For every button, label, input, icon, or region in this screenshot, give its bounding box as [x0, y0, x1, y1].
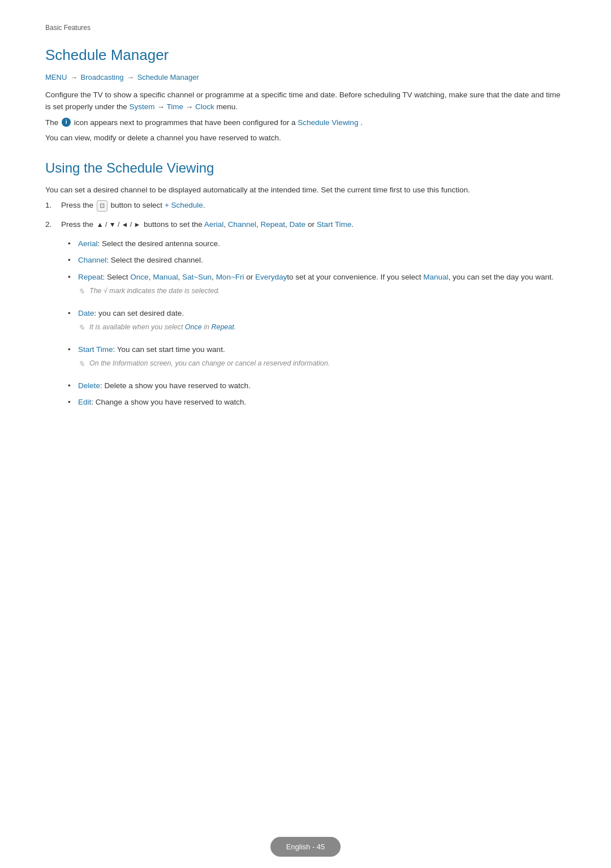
once-note-link[interactable]: Once — [185, 323, 202, 331]
schedule-viewing-link[interactable]: Schedule Viewing — [298, 118, 358, 127]
delete-text: Delete a show you have reserved to watch… — [105, 381, 251, 390]
nav-arrows: ▲ / ▼ / ◄ / ► — [97, 220, 141, 230]
repeat-note: ✎ The √ mark indicates the date is selec… — [78, 285, 220, 298]
step-2: 2. Press the ▲ / ▼ / ◄ / ► buttons to se… — [45, 218, 566, 231]
footer-pill: English - 45 — [270, 837, 341, 857]
step1-text-after: button to select — [111, 201, 163, 209]
step-1: 1. Press the ⊡ button to select + Schedu… — [45, 199, 566, 212]
repeat-note-text: The √ mark indicates the date is selecte… — [89, 285, 220, 297]
arrow2: → — [127, 73, 134, 81]
or-text: or — [308, 220, 317, 229]
delete-label[interactable]: Delete — [78, 381, 100, 390]
bullet-icon-aerial — [68, 238, 78, 250]
info-icon — [62, 118, 71, 127]
icon-paragraph: The icon appears next to programmes that… — [45, 117, 566, 129]
bullets-list: Aerial: Select the desired antenna sourc… — [68, 238, 566, 409]
start-time-link[interactable]: Start Time — [317, 220, 352, 229]
arrow-time: → — [186, 102, 195, 111]
view-text: You can view, modify or delete a channel… — [45, 132, 566, 144]
comma1: , — [223, 220, 228, 229]
menu-link[interactable]: MENU — [45, 73, 67, 81]
aerial-label[interactable]: Aerial — [78, 239, 98, 248]
step1-end: . — [203, 201, 205, 209]
time-link[interactable]: Time — [166, 102, 183, 111]
bullet-aerial: Aerial: Select the desired antenna sourc… — [68, 238, 566, 250]
remote-button: ⊡ — [97, 200, 107, 212]
everyday-link[interactable]: Everyday — [255, 273, 287, 281]
step2-content: Press the ▲ / ▼ / ◄ / ► buttons to set t… — [61, 218, 354, 231]
icon-text-after: icon appears next to programmes that hav… — [74, 118, 296, 127]
bullet-delete-content: Delete: Delete a show you have reserved … — [78, 380, 251, 392]
mon-fri-link[interactable]: Mon~Fri — [216, 273, 244, 281]
plus-schedule-link[interactable]: + Schedule — [165, 201, 203, 209]
note-pencil-icon2: ✎ — [78, 321, 89, 334]
step1-text-before: Press the — [61, 201, 93, 209]
repeat-label[interactable]: Repeat — [78, 273, 103, 281]
menu-text: menu. — [216, 102, 238, 111]
bullet-icon-edit — [68, 396, 78, 409]
date-text: you can set desired date. — [98, 309, 184, 317]
bullet-icon-channel — [68, 254, 78, 267]
repeat-select: Select — [107, 273, 130, 281]
step1-num: 1. — [45, 199, 61, 212]
date-label[interactable]: Date — [78, 309, 94, 317]
repeat-note-link[interactable]: Repeat — [211, 323, 234, 331]
step2-num: 2. — [45, 218, 61, 231]
section2-intro: You can set a desired channel to be disp… — [45, 184, 566, 196]
bullet-aerial-content: Aerial: Select the desired antenna sourc… — [78, 238, 220, 250]
bullet-icon-delete — [68, 380, 78, 392]
broadcasting-link[interactable]: Broadcasting — [81, 73, 124, 81]
section2-title: Using the Schedule Viewing — [45, 158, 566, 178]
schedule-manager-link[interactable]: Schedule Manager — [137, 73, 199, 81]
aerial-text: Select the desired antenna source. — [102, 239, 220, 248]
arrow-system: → — [157, 102, 166, 111]
intro-paragraph: Configure the TV to show a specific chan… — [45, 89, 566, 113]
bullet-icon-repeat — [68, 271, 78, 283]
note-pencil-icon: ✎ — [78, 285, 89, 298]
intro-text1: Configure the TV to show a specific chan… — [45, 91, 561, 111]
channel-link[interactable]: Channel — [228, 220, 256, 229]
repeat-text-after: , you can set the day you want. — [449, 273, 554, 281]
bullet-edit-content: Edit: Change a show you have reserved to… — [78, 396, 246, 409]
aerial-link[interactable]: Aerial — [204, 220, 224, 229]
breadcrumb: MENU → Broadcasting → Schedule Manager — [45, 72, 566, 83]
bullet-repeat: Repeat: Select Once, Manual, Sat~Sun, Mo… — [68, 271, 566, 303]
bullet-date-content: Date: you can set desired date. — [78, 307, 184, 320]
date-note: ✎ It is available when you select Once i… — [78, 321, 236, 334]
bullet-start-time-content: Start Time: You can set start time you w… — [78, 343, 225, 356]
comma2: , — [256, 220, 261, 229]
step2-end: . — [351, 220, 354, 229]
edit-text: Change a show you have reserved to watch… — [96, 398, 246, 406]
manual-link2[interactable]: Manual — [423, 273, 448, 281]
step2-text-before: Press the — [61, 220, 93, 229]
step2-text-after: buttons to set the — [144, 220, 203, 229]
start-time-note-text: On the Information screen, you can chang… — [89, 358, 330, 369]
edit-label[interactable]: Edit — [78, 398, 91, 406]
channel-text: Select the desired channel. — [111, 256, 203, 264]
bullet-edit: Edit: Change a show you have reserved to… — [68, 396, 566, 409]
arrow1: → — [70, 73, 78, 81]
period: . — [360, 118, 363, 127]
channel-label[interactable]: Channel — [78, 256, 106, 264]
section-label: Basic Features — [45, 23, 566, 33]
date-link[interactable]: Date — [290, 220, 306, 229]
start-time-text: You can set start time you want. — [117, 345, 225, 354]
repeat-link[interactable]: Repeat — [261, 220, 286, 229]
start-time-note: ✎ On the Information screen, you can cha… — [78, 358, 330, 370]
manual-link[interactable]: Manual — [153, 273, 178, 281]
system-link[interactable]: System — [130, 102, 155, 111]
repeat-text-middle: to set at your convenience. If you selec… — [287, 273, 421, 281]
bullet-start-time: Start Time: You can set start time you w… — [68, 343, 566, 375]
bullet-icon-start-time — [68, 343, 78, 356]
sat-sun-link[interactable]: Sat~Sun — [182, 273, 212, 281]
bullet-repeat-content: Repeat: Select Once, Manual, Sat~Sun, Mo… — [78, 271, 554, 283]
once-link[interactable]: Once — [130, 273, 148, 281]
bullet-delete: Delete: Delete a show you have reserved … — [68, 380, 566, 392]
comma3: , — [285, 220, 290, 229]
footer-text: English - 45 — [286, 843, 325, 851]
steps-list: 1. Press the ⊡ button to select + Schedu… — [45, 199, 566, 230]
clock-link[interactable]: Clock — [195, 102, 214, 111]
bullet-date: Date: you can set desired date. ✎ It is … — [68, 307, 566, 339]
start-time-label[interactable]: Start Time — [78, 345, 113, 354]
step1-content: Press the ⊡ button to select + Schedule. — [61, 199, 205, 212]
